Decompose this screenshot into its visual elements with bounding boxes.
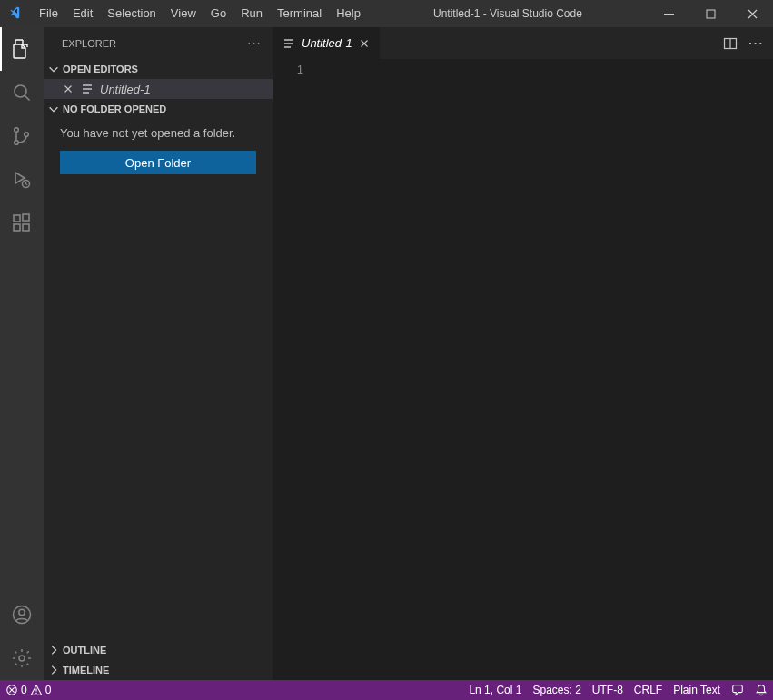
menu-selection[interactable]: Selection [100, 0, 163, 27]
chevron-down-icon [47, 63, 60, 75]
maximize-button[interactable] [689, 0, 731, 27]
status-eol[interactable]: CRLF [629, 680, 668, 700]
section-timeline[interactable]: Timeline [44, 660, 273, 680]
split-editor-icon[interactable] [723, 36, 738, 51]
close-icon[interactable] [62, 83, 74, 95]
open-editor-label: Untitled-1 [100, 83, 151, 96]
no-folder-message: You have not yet opened a folder. [60, 126, 256, 140]
sidebar-more-icon[interactable]: ··· [248, 38, 262, 49]
section-open-editors-label: Open Editors [63, 64, 138, 74]
editor-more-icon[interactable]: ··· [748, 36, 764, 50]
activity-run-debug[interactable] [0, 158, 44, 202]
svg-point-2 [15, 85, 26, 97]
activity-search[interactable] [0, 71, 44, 114]
no-folder-panel: You have not yet opened a folder. Open F… [44, 119, 273, 185]
editor-area: Untitled-1 ··· 1 [273, 27, 773, 680]
svg-rect-10 [23, 214, 29, 221]
error-icon [5, 684, 18, 696]
svg-point-12 [19, 609, 25, 615]
line-number: 1 [273, 63, 303, 76]
file-lines-icon [282, 36, 296, 51]
menu-bar: File Edit Selection View Go Run Terminal… [32, 0, 368, 27]
svg-point-3 [15, 128, 19, 133]
activity-accounts[interactable] [0, 593, 44, 636]
editor-body[interactable]: 1 [273, 59, 773, 680]
chevron-right-icon [47, 664, 60, 676]
section-outline[interactable]: Outline [44, 640, 273, 660]
status-feedback-icon[interactable] [726, 680, 749, 700]
chevron-right-icon [47, 644, 60, 656]
activity-extensions[interactable] [0, 202, 44, 245]
title-bar: File Edit Selection View Go Run Terminal… [0, 0, 773, 27]
open-editor-item[interactable]: Untitled-1 [44, 79, 273, 99]
activity-bar [0, 27, 44, 680]
status-bell-icon[interactable] [749, 680, 773, 700]
menu-terminal[interactable]: Terminal [270, 0, 329, 27]
tab-untitled-1[interactable]: Untitled-1 [273, 27, 381, 59]
tabs-row: Untitled-1 ··· [273, 27, 773, 59]
warning-icon [30, 684, 43, 696]
section-no-folder[interactable]: No Folder Opened [44, 99, 273, 119]
status-language[interactable]: Plain Text [668, 680, 726, 700]
activity-source-control[interactable] [0, 114, 44, 158]
status-line-col[interactable]: Ln 1, Col 1 [463, 680, 527, 700]
section-open-editors[interactable]: Open Editors [44, 59, 273, 79]
svg-point-13 [19, 656, 25, 661]
svg-point-5 [25, 133, 29, 137]
menu-file[interactable]: File [32, 0, 65, 27]
section-no-folder-label: No Folder Opened [63, 104, 166, 114]
open-folder-button[interactable]: Open Folder [60, 151, 256, 174]
svg-rect-7 [14, 215, 20, 222]
editor-actions: ··· [723, 27, 773, 59]
sidebar-explorer: Explorer ··· Open Editors Untitled-1 No … [44, 27, 273, 680]
close-window-button[interactable] [731, 0, 773, 27]
menu-go[interactable]: Go [203, 0, 233, 27]
sidebar-title-row: Explorer ··· [44, 27, 273, 59]
section-timeline-label: Timeline [63, 665, 109, 675]
status-warning-count: 0 [45, 684, 52, 696]
svg-rect-9 [23, 224, 29, 231]
status-indentation[interactable]: Spaces: 2 [527, 680, 586, 700]
sidebar-title: Explorer [62, 38, 116, 49]
status-error-count: 0 [21, 684, 27, 696]
svg-rect-1 [707, 10, 715, 18]
chevron-down-icon [47, 103, 60, 115]
menu-run[interactable]: Run [233, 0, 270, 27]
svg-rect-8 [14, 224, 20, 231]
menu-help[interactable]: Help [329, 0, 368, 27]
svg-point-4 [15, 141, 19, 145]
svg-point-18 [35, 693, 36, 694]
svg-rect-0 [664, 14, 674, 15]
window-title: Untitled-1 - Visual Studio Code [368, 7, 648, 20]
code-area[interactable] [316, 59, 773, 680]
minimize-button[interactable] [648, 0, 689, 27]
status-encoding[interactable]: UTF-8 [587, 680, 629, 700]
activity-settings[interactable] [0, 636, 44, 680]
section-outline-label: Outline [63, 645, 106, 656]
line-number-gutter: 1 [273, 59, 316, 680]
menu-view[interactable]: View [164, 0, 203, 27]
close-icon[interactable] [358, 37, 371, 50]
tab-label: Untitled-1 [302, 36, 352, 50]
menu-edit[interactable]: Edit [65, 0, 100, 27]
activity-explorer[interactable] [0, 27, 44, 71]
vscode-logo-icon [0, 6, 32, 21]
sidebar-body: You have not yet opened a folder. Open F… [44, 119, 273, 680]
status-problems[interactable]: 0 0 [0, 680, 56, 700]
window-controls [648, 0, 773, 27]
main-area: Explorer ··· Open Editors Untitled-1 No … [0, 27, 773, 680]
file-lines-icon [80, 82, 94, 96]
status-bar: 0 0 Ln 1, Col 1 Spaces: 2 UTF-8 CRLF Pla… [0, 680, 773, 700]
